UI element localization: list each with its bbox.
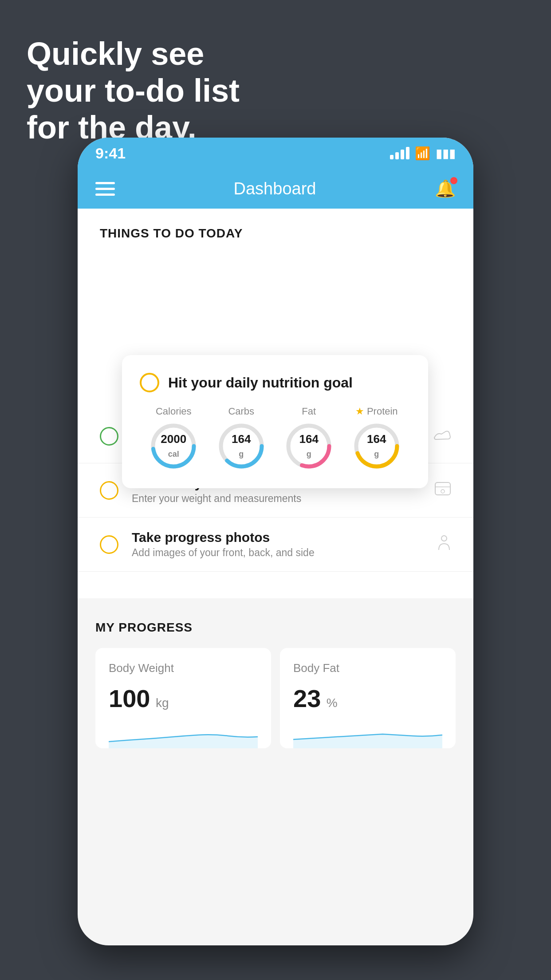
photos-subtitle: Add images of your front, back, and side bbox=[132, 547, 424, 559]
progress-header: MY PROGRESS bbox=[95, 620, 456, 635]
fat-label: Fat bbox=[302, 406, 316, 417]
status-icons: 📶 ▮▮▮ bbox=[390, 146, 456, 161]
nutrition-macros: Calories 2000cal Carbs bbox=[140, 406, 410, 470]
body-fat-value-row: 23 % bbox=[293, 684, 442, 713]
protein-label-row: ★ Protein bbox=[355, 406, 398, 417]
body-fat-value: 23 bbox=[293, 684, 321, 712]
running-checkbox[interactable] bbox=[100, 427, 118, 446]
calories-circle: 2000cal bbox=[149, 422, 198, 470]
battery-icon: ▮▮▮ bbox=[436, 146, 456, 161]
status-time: 9:41 bbox=[95, 145, 126, 162]
nutrition-checkbox[interactable] bbox=[140, 373, 159, 392]
body-weight-value-row: 100 kg bbox=[109, 684, 258, 713]
calories-value: 2000cal bbox=[161, 432, 186, 460]
body-stats-checkbox[interactable] bbox=[100, 481, 118, 500]
scale-icon bbox=[434, 482, 451, 499]
protein-value: 164g bbox=[367, 432, 386, 460]
photos-text: Take progress photos Add images of your … bbox=[132, 530, 424, 559]
todo-item-photos[interactable]: Take progress photos Add images of your … bbox=[78, 518, 473, 572]
macro-protein: ★ Protein 164g bbox=[352, 406, 401, 470]
carbs-value: 164g bbox=[232, 432, 251, 460]
nutrition-card: Hit your daily nutrition goal Calories 2… bbox=[122, 355, 428, 488]
star-icon: ★ bbox=[355, 406, 364, 417]
phone-frame: 9:41 📶 ▮▮▮ Dashboard 🔔 THINGS TO DO TODA… bbox=[78, 138, 473, 945]
body-stats-subtitle: Enter your weight and measurements bbox=[132, 493, 421, 505]
hamburger-menu[interactable] bbox=[95, 182, 115, 196]
body-fat-chart bbox=[293, 722, 442, 748]
headline: Quickly see your to-do list for the day. bbox=[27, 36, 240, 146]
body-weight-label: Body Weight bbox=[109, 661, 258, 675]
calories-label: Calories bbox=[156, 406, 192, 417]
person-icon bbox=[437, 535, 451, 554]
body-fat-label: Body Fat bbox=[293, 661, 442, 675]
photos-title: Take progress photos bbox=[132, 530, 424, 545]
shoe-icon bbox=[433, 427, 451, 445]
carbs-circle: 164g bbox=[217, 422, 266, 470]
progress-section: MY PROGRESS Body Weight 100 kg bbox=[78, 598, 473, 766]
status-bar: 9:41 📶 ▮▮▮ bbox=[78, 138, 473, 169]
carbs-label: Carbs bbox=[228, 406, 254, 417]
macro-fat: Fat 164g bbox=[284, 406, 333, 470]
fat-circle: 164g bbox=[284, 422, 333, 470]
protein-circle: 164g bbox=[352, 422, 401, 470]
body-weight-chart bbox=[109, 722, 258, 748]
macro-carbs: Carbs 164g bbox=[217, 406, 266, 470]
body-weight-card[interactable]: Body Weight 100 kg bbox=[95, 648, 271, 748]
wifi-icon: 📶 bbox=[415, 146, 430, 161]
protein-label: Protein bbox=[367, 406, 398, 417]
svg-point-10 bbox=[441, 490, 445, 493]
macro-calories: Calories 2000cal bbox=[149, 406, 198, 470]
content-area: THINGS TO DO TODAY Hit your daily nutrit… bbox=[78, 209, 473, 766]
progress-cards: Body Weight 100 kg Body Fat bbox=[95, 648, 456, 748]
notification-dot bbox=[450, 177, 457, 184]
spacer bbox=[78, 572, 473, 598]
fat-value: 164g bbox=[299, 432, 319, 460]
notifications-button[interactable]: 🔔 bbox=[435, 179, 456, 198]
svg-point-11 bbox=[441, 536, 447, 541]
nav-bar: Dashboard 🔔 bbox=[78, 169, 473, 209]
body-weight-value: 100 bbox=[109, 684, 150, 712]
signal-icon bbox=[390, 147, 409, 159]
nutrition-card-title: Hit your daily nutrition goal bbox=[168, 375, 353, 391]
things-section-header: THINGS TO DO TODAY bbox=[78, 209, 473, 249]
body-fat-unit: % bbox=[327, 696, 338, 710]
body-fat-card[interactable]: Body Fat 23 % bbox=[280, 648, 456, 748]
body-weight-unit: kg bbox=[156, 696, 169, 710]
nav-title: Dashboard bbox=[234, 179, 316, 198]
photos-checkbox[interactable] bbox=[100, 535, 118, 554]
